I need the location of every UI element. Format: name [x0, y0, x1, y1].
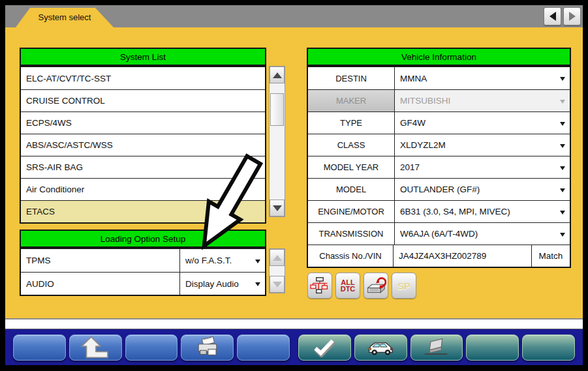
ok-button[interactable]: [298, 334, 351, 361]
tab-strip: System select: [5, 5, 583, 27]
row-value: OUTLANDER (GF#): [400, 185, 480, 194]
vehicle-row-class: CLASS XLDYZL2M: [308, 134, 570, 156]
page-forward-button[interactable]: [563, 7, 581, 25]
print-button[interactable]: [181, 334, 234, 361]
dropdown-caret-icon: [560, 77, 565, 81]
model-dropdown[interactable]: OUTLANDER (GF#): [395, 179, 570, 200]
printer-icon: [194, 336, 221, 359]
all-dtc-button[interactable]: ALL DTC: [335, 273, 360, 299]
scrollbar-thumb[interactable]: [270, 93, 284, 126]
row-value: MITSUBISHI: [400, 96, 450, 106]
list-item-elc-at[interactable]: ELC-AT/CVT/TC-SST: [21, 67, 265, 89]
audio-dropdown[interactable]: Display Audio: [180, 273, 265, 295]
sp-button[interactable]: SP: [392, 273, 416, 299]
dropdown-caret-icon: [560, 144, 565, 148]
vehicle-row-transmission: TRANSMISSION W6AJA (6A/T-4WD): [308, 222, 570, 245]
scroll-down-button-disabled[interactable]: [270, 276, 285, 293]
status-message-bar: [5, 318, 583, 329]
model-year-dropdown[interactable]: 2017: [395, 156, 570, 178]
dropdown-caret-icon: [560, 122, 565, 126]
dropdown-caret-icon: [560, 188, 565, 192]
utility-button-bar: ALL DTC SP: [307, 273, 416, 299]
maker-dropdown[interactable]: MITSUBISHI: [395, 90, 570, 111]
option-row-tpms: TPMS w/o F.A.S.T.: [21, 249, 265, 272]
toolbar-button-blank-1[interactable]: [13, 334, 66, 361]
loading-option-title: Loading Option Setup: [101, 234, 186, 244]
match-button[interactable]: Match: [531, 245, 570, 267]
tab-label: System select: [39, 12, 91, 22]
list-item-cruise-control[interactable]: CRUISE CONTROL: [21, 89, 265, 111]
checkmark-icon: [311, 337, 338, 357]
scroll-up-icon: [273, 72, 282, 78]
option-label: TPMS: [21, 249, 180, 272]
row-label: MODEL: [308, 179, 395, 200]
right-arrow-icon: [569, 12, 576, 21]
vehicle-row-destin: DESTIN MMNA: [308, 67, 570, 89]
list-item-abs[interactable]: ABS/ASC/ASTC/WSS: [21, 134, 265, 156]
vehicle-row-type: TYPE GF4W: [308, 111, 570, 134]
app-frame: System select System List ELC-AT/CVT/TC-…: [0, 0, 588, 371]
vehicle-information-header: Vehicle Information: [307, 48, 571, 66]
toolbar-button-blank-2[interactable]: [125, 334, 178, 361]
row-value: MMNA: [400, 74, 427, 83]
tpms-dropdown[interactable]: w/o F.A.S.T.: [180, 249, 265, 272]
home-button[interactable]: [69, 334, 122, 361]
dropdown-caret-icon: [560, 233, 565, 237]
vin-field[interactable]: JA4JZ4AX3HZ002789: [394, 245, 531, 267]
vehicle-select-button[interactable]: [354, 334, 407, 361]
vehicle-row-model: MODEL OUTLANDER (GF#): [308, 178, 570, 200]
row-label: DESTIN: [308, 67, 395, 89]
erase-button[interactable]: [410, 334, 463, 361]
row-value: W6AJA (6A/T-4WD): [400, 229, 478, 239]
toolbar-button-blank-4[interactable]: [466, 334, 519, 361]
scroll-up-button[interactable]: [270, 67, 285, 83]
toolbar-button-blank-5[interactable]: [522, 334, 575, 361]
car-icon: [366, 338, 395, 357]
transmission-dropdown[interactable]: W6AJA (6A/T-4WD): [395, 223, 570, 245]
dropdown-caret-icon: [560, 166, 565, 170]
screen: System select System List ELC-AT/CVT/TC-…: [5, 5, 583, 365]
row-label: MAKER: [308, 90, 395, 111]
system-list-scrollbar[interactable]: [269, 66, 285, 217]
scroll-up-icon: [273, 255, 282, 261]
destin-dropdown[interactable]: MMNA: [395, 67, 570, 89]
bottom-toolbar: [5, 329, 583, 365]
list-item-air-conditioner[interactable]: Air Conditioner: [21, 178, 265, 200]
row-value: XLDYZL2M: [400, 140, 446, 150]
engine-dropdown[interactable]: 6B31 (3.0, S4, MPI, MIVEC): [395, 201, 570, 222]
row-value: GF4W: [400, 118, 426, 128]
toolbar-button-blank-3[interactable]: [237, 334, 290, 361]
list-item-srs-air-bag[interactable]: SRS-AIR BAG: [21, 156, 265, 178]
row-value: 6B31 (3.0, S4, MPI, MIVEC): [400, 207, 510, 216]
row-label: MODEL YEAR: [308, 156, 395, 178]
option-label: AUDIO: [21, 273, 180, 295]
vehicle-row-model-year: MODEL YEAR 2017: [308, 156, 570, 178]
class-dropdown[interactable]: XLDYZL2M: [395, 134, 570, 156]
scroll-down-button[interactable]: [270, 200, 285, 216]
dropdown-caret-icon: [255, 260, 260, 263]
sp-icon: SP: [397, 280, 410, 291]
loading-option-scrollbar[interactable]: [269, 248, 285, 293]
eraser-icon: [423, 338, 450, 357]
scroll-up-button-disabled[interactable]: [270, 249, 285, 266]
system-tree-icon: [310, 276, 330, 295]
all-dtc-icon: ALL DTC: [341, 279, 356, 292]
vci-refresh-icon: [365, 276, 386, 295]
list-item-etacs[interactable]: ETACS: [21, 200, 265, 222]
system-tree-button[interactable]: [307, 273, 332, 299]
vehicle-information-table: DESTIN MMNA MAKER MITSUBISHI TYPE GF4W: [307, 66, 571, 268]
system-list-header: System List: [20, 48, 266, 66]
vehicle-row-engine: ENGINE/MOTOR 6B31 (3.0, S4, MPI, MIVEC): [308, 200, 570, 222]
tab-system-select[interactable]: System select: [16, 8, 114, 27]
vehicle-information-title: Vehicle Information: [401, 52, 476, 62]
list-item-ecps-4ws[interactable]: ECPS/4WS: [21, 111, 265, 134]
vehicle-row-maker: MAKER MITSUBISHI: [308, 89, 570, 111]
return-up-arrow-icon: [81, 335, 110, 360]
dropdown-caret-icon: [560, 211, 565, 215]
vci-refresh-button[interactable]: [364, 273, 388, 299]
loading-option-header: Loading Option Setup: [20, 230, 266, 248]
system-list: ELC-AT/CVT/TC-SST CRUISE CONTROL ECPS/4W…: [20, 66, 266, 224]
page-back-button[interactable]: [544, 7, 561, 25]
row-label: CLASS: [308, 134, 395, 156]
type-dropdown[interactable]: GF4W: [395, 112, 570, 134]
